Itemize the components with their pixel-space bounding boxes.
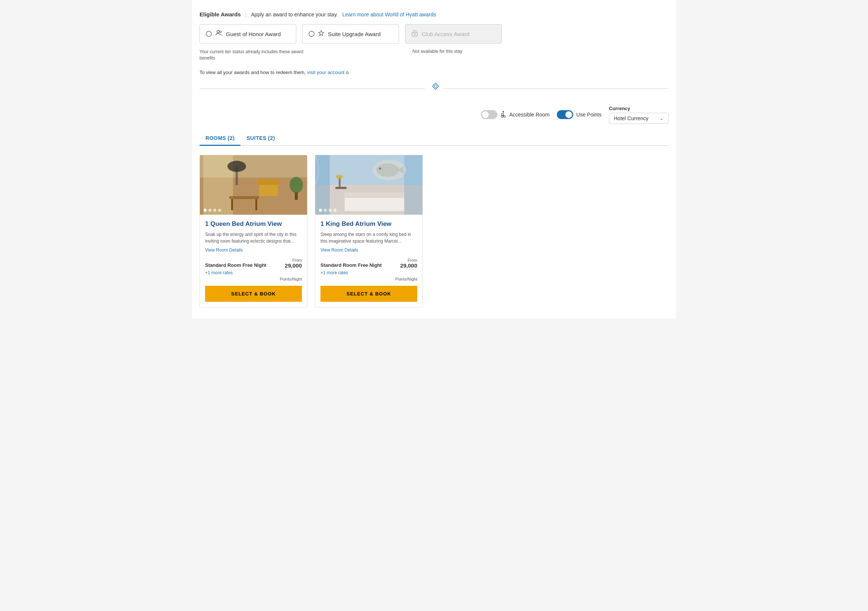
filters-row: Accessible Room Use Points Currency Hote…: [200, 106, 668, 124]
dot-4: [218, 209, 221, 212]
accessible-room-filter: Accessible Room: [481, 110, 549, 119]
svg-point-28: [376, 163, 398, 177]
club-access-not-available: Not available for this stay: [412, 49, 509, 54]
divider-line-left: [200, 88, 425, 88]
room-card-queen-atrium: 1 Queen Bed Atrium View Soak up the ener…: [200, 155, 307, 307]
tab-suites[interactable]: SUITES (2): [240, 131, 281, 146]
award-radio-guest-of-honor[interactable]: [206, 31, 212, 37]
suite-upgrade-note-col: [310, 49, 406, 63]
room-card-body-king: 1 King Bed Atrium View Sleep among the s…: [315, 215, 422, 307]
dot-3: [213, 209, 216, 212]
points-per-night-king: Points/Night: [321, 277, 417, 281]
club-access-note-col: Not available for this stay: [412, 49, 509, 63]
svg-point-29: [379, 167, 381, 170]
image-dots-queen: [204, 209, 221, 212]
currency-value: Hotel Currency: [614, 115, 648, 121]
guest-of-honor-note: Your current tier status already include…: [200, 49, 304, 61]
award-label-guest-of-honor: Guest of Honor Award: [226, 31, 281, 37]
room-desc-queen: Soak up the energy and spirit of the cit…: [205, 231, 302, 244]
divider-line-right: [443, 88, 668, 88]
dot-4: [333, 209, 336, 212]
accessible-room-label: Accessible Room: [509, 111, 549, 118]
svg-point-8: [501, 115, 503, 117]
svg-rect-25: [315, 155, 330, 215]
more-rates-king[interactable]: +1 more rates: [321, 270, 417, 275]
svg-point-20: [290, 177, 303, 193]
wheelchair-icon: [500, 111, 506, 119]
room-rate-label-king: Standard Room Free Night: [321, 262, 382, 269]
eligible-awards-subtitle: Apply an award to enhance your stay.: [251, 12, 338, 17]
suite-upgrade-icon: [318, 30, 324, 37]
room-rate-row-king: Standard Room Free Night From 29,000: [321, 258, 417, 269]
currency-select[interactable]: Hotel Currency ⌄: [609, 113, 668, 124]
room-rate-row-queen: Standard Room Free Night From 29,000: [205, 258, 302, 269]
guest-of-honor-note-col: Your current tier status already include…: [200, 49, 304, 63]
room-title-queen: 1 Queen Bed Atrium View: [205, 220, 302, 228]
svg-rect-14: [257, 179, 279, 185]
dot-2: [324, 209, 327, 212]
chevron-down-icon: ⌄: [660, 116, 663, 121]
svg-rect-16: [236, 166, 238, 185]
select-book-button-king[interactable]: SELECT & BOOK: [321, 286, 417, 302]
room-desc-king: Sleep among the stars on a comfy king be…: [321, 231, 417, 244]
accessible-room-toggle[interactable]: [481, 110, 497, 119]
rooms-grid: 1 Queen Bed Atrium View Soak up the ener…: [200, 155, 668, 307]
svg-marker-2: [319, 31, 324, 36]
tab-rooms[interactable]: ROOMS (2): [200, 131, 240, 146]
room-card-king-atrium: 1 King Bed Atrium View Sleep among the s…: [315, 155, 423, 307]
svg-rect-5: [432, 83, 439, 89]
dot-1: [319, 209, 322, 212]
award-card-suite-upgrade[interactable]: Suite Upgrade Award: [302, 24, 399, 43]
award-notes-row: Your current tier status already include…: [200, 49, 668, 63]
award-label-suite-upgrade: Suite Upgrade Award: [328, 31, 380, 37]
select-book-button-queen[interactable]: SELECT & BOOK: [205, 286, 302, 302]
awards-row: Guest of Honor Award Suite Upgrade Award: [200, 24, 668, 43]
dot-3: [329, 209, 332, 212]
use-points-toggle[interactable]: [557, 110, 573, 119]
use-points-filter: Use Points: [557, 110, 601, 119]
visit-account-text: To view all your awards and how to redee…: [200, 70, 305, 75]
svg-point-7: [502, 111, 504, 112]
award-radio-suite-upgrade[interactable]: [308, 31, 315, 37]
currency-wrapper: Currency Hotel Currency ⌄: [609, 106, 668, 124]
svg-rect-18: [231, 199, 233, 210]
svg-rect-21: [295, 192, 298, 200]
club-access-icon: [411, 30, 418, 38]
room-image-queen: [200, 155, 307, 215]
svg-rect-26: [404, 155, 422, 215]
svg-rect-19: [255, 199, 257, 210]
award-card-club-access: Club Access Award: [405, 24, 502, 43]
room-price-col-king: From 29,000: [400, 258, 417, 269]
room-price-col-queen: From 29,000: [285, 258, 302, 269]
svg-rect-31: [345, 192, 404, 198]
dot-2: [208, 209, 211, 212]
award-label-club-access: Club Access Award: [422, 31, 470, 37]
view-details-link-queen[interactable]: View Room Details: [205, 247, 243, 253]
visit-account-row: To view all your awards and how to redee…: [200, 70, 668, 75]
view-details-link-king[interactable]: View Room Details: [321, 247, 358, 253]
divider: |: [245, 12, 247, 17]
dot-1: [204, 209, 206, 212]
eligible-awards-title: Eligible Awards: [200, 11, 241, 17]
image-dots-king: [319, 209, 336, 212]
currency-label: Currency: [609, 106, 630, 111]
more-rates-queen[interactable]: +1 more rates: [205, 270, 302, 275]
svg-rect-33: [339, 178, 341, 187]
svg-rect-17: [229, 196, 259, 199]
points-per-night-queen: Points/Night: [205, 277, 302, 281]
svg-point-9: [504, 115, 505, 117]
accessible-room-slider: [481, 110, 497, 119]
room-title-king: 1 King Bed Atrium View: [321, 220, 417, 228]
visit-account-link[interactable]: visit your account: [307, 70, 344, 75]
external-link-icon: ⧉: [346, 70, 349, 75]
tabs-row: ROOMS (2) SUITES (2): [200, 131, 668, 146]
room-image-king: [315, 155, 422, 215]
learn-more-link[interactable]: Learn more about World of Hyatt awards: [343, 12, 436, 17]
award-card-guest-of-honor[interactable]: Guest of Honor Award: [200, 24, 296, 43]
use-points-slider: [557, 110, 573, 119]
diamond-divider: [200, 83, 668, 94]
svg-point-1: [220, 31, 222, 33]
diamond-icon: [429, 83, 439, 94]
guest-of-honor-icon: [215, 30, 222, 38]
svg-point-34: [336, 175, 343, 179]
